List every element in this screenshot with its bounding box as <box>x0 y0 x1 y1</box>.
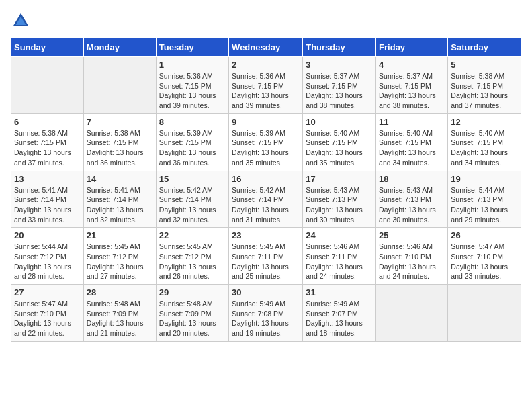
calendar-cell <box>448 285 521 342</box>
day-number: 11 <box>379 117 445 127</box>
calendar-cell: 3Sunrise: 5:37 AM Sunset: 7:15 PM Daylig… <box>303 57 376 114</box>
day-info: Sunrise: 5:46 AM Sunset: 7:10 PM Dayligh… <box>379 242 445 281</box>
calendar-cell: 30Sunrise: 5:49 AM Sunset: 7:08 PM Dayli… <box>229 285 303 342</box>
logo <box>11 11 34 31</box>
day-info: Sunrise: 5:44 AM Sunset: 7:12 PM Dayligh… <box>14 242 81 281</box>
day-info: Sunrise: 5:36 AM Sunset: 7:15 PM Dayligh… <box>159 71 226 111</box>
day-info: Sunrise: 5:43 AM Sunset: 7:13 PM Dayligh… <box>379 185 445 225</box>
calendar-cell: 17Sunrise: 5:43 AM Sunset: 7:13 PM Dayli… <box>303 171 376 228</box>
calendar-week-1: 1Sunrise: 5:36 AM Sunset: 7:15 PM Daylig… <box>11 57 521 114</box>
day-number: 9 <box>232 117 300 127</box>
day-number: 28 <box>87 287 153 298</box>
calendar-cell <box>83 57 156 114</box>
calendar-cell: 24Sunrise: 5:46 AM Sunset: 7:11 PM Dayli… <box>303 228 376 285</box>
calendar-cell: 15Sunrise: 5:42 AM Sunset: 7:14 PM Dayli… <box>156 171 228 228</box>
day-info: Sunrise: 5:38 AM Sunset: 7:15 PM Dayligh… <box>451 71 518 111</box>
day-header-saturday: Saturday <box>448 38 521 57</box>
calendar-cell: 18Sunrise: 5:43 AM Sunset: 7:13 PM Dayli… <box>376 171 448 228</box>
day-number: 23 <box>232 230 300 240</box>
day-info: Sunrise: 5:41 AM Sunset: 7:14 PM Dayligh… <box>14 185 81 225</box>
day-number: 27 <box>14 287 81 298</box>
calendar-cell: 14Sunrise: 5:41 AM Sunset: 7:14 PM Dayli… <box>83 171 156 228</box>
day-info: Sunrise: 5:42 AM Sunset: 7:14 PM Dayligh… <box>159 185 226 225</box>
day-info: Sunrise: 5:42 AM Sunset: 7:14 PM Dayligh… <box>232 185 300 225</box>
day-number: 14 <box>87 174 153 184</box>
day-info: Sunrise: 5:36 AM Sunset: 7:15 PM Dayligh… <box>232 71 300 111</box>
day-number: 22 <box>159 230 226 240</box>
day-number: 20 <box>14 230 81 240</box>
calendar-week-2: 6Sunrise: 5:38 AM Sunset: 7:15 PM Daylig… <box>11 113 521 171</box>
day-info: Sunrise: 5:48 AM Sunset: 7:09 PM Dayligh… <box>87 299 153 338</box>
day-number: 24 <box>306 230 373 240</box>
calendar-table: SundayMondayTuesdayWednesdayThursdayFrid… <box>11 38 521 342</box>
day-header-sunday: Sunday <box>11 38 84 57</box>
day-number: 7 <box>87 117 153 127</box>
calendar-cell: 26Sunrise: 5:47 AM Sunset: 7:10 PM Dayli… <box>448 228 521 285</box>
calendar-header-row: SundayMondayTuesdayWednesdayThursdayFrid… <box>11 38 521 57</box>
calendar-cell: 5Sunrise: 5:38 AM Sunset: 7:15 PM Daylig… <box>448 57 521 114</box>
calendar-cell <box>11 57 84 114</box>
day-info: Sunrise: 5:49 AM Sunset: 7:08 PM Dayligh… <box>232 299 300 338</box>
day-number: 12 <box>451 117 518 127</box>
calendar-cell: 7Sunrise: 5:38 AM Sunset: 7:15 PM Daylig… <box>83 113 156 171</box>
calendar-cell: 10Sunrise: 5:40 AM Sunset: 7:15 PM Dayli… <box>303 113 376 171</box>
day-info: Sunrise: 5:41 AM Sunset: 7:14 PM Dayligh… <box>87 185 153 225</box>
day-info: Sunrise: 5:38 AM Sunset: 7:15 PM Dayligh… <box>14 128 81 168</box>
day-number: 21 <box>87 230 153 240</box>
calendar-cell: 16Sunrise: 5:42 AM Sunset: 7:14 PM Dayli… <box>229 171 303 228</box>
calendar-cell: 4Sunrise: 5:37 AM Sunset: 7:15 PM Daylig… <box>376 57 448 114</box>
day-number: 6 <box>14 117 81 127</box>
calendar-cell: 1Sunrise: 5:36 AM Sunset: 7:15 PM Daylig… <box>156 57 228 114</box>
day-info: Sunrise: 5:47 AM Sunset: 7:10 PM Dayligh… <box>14 299 81 338</box>
day-info: Sunrise: 5:43 AM Sunset: 7:13 PM Dayligh… <box>306 185 373 225</box>
day-info: Sunrise: 5:37 AM Sunset: 7:15 PM Dayligh… <box>379 71 445 111</box>
calendar-cell: 8Sunrise: 5:39 AM Sunset: 7:15 PM Daylig… <box>156 113 228 171</box>
day-number: 2 <box>232 60 300 70</box>
day-header-thursday: Thursday <box>303 38 376 57</box>
calendar-week-4: 20Sunrise: 5:44 AM Sunset: 7:12 PM Dayli… <box>11 228 521 285</box>
day-number: 3 <box>306 60 373 70</box>
day-number: 17 <box>306 174 373 184</box>
day-number: 4 <box>379 60 445 70</box>
day-number: 29 <box>159 287 226 298</box>
day-number: 15 <box>159 174 226 184</box>
day-info: Sunrise: 5:49 AM Sunset: 7:07 PM Dayligh… <box>306 299 373 338</box>
day-info: Sunrise: 5:40 AM Sunset: 7:15 PM Dayligh… <box>451 128 518 168</box>
calendar-cell: 23Sunrise: 5:45 AM Sunset: 7:11 PM Dayli… <box>229 228 303 285</box>
day-info: Sunrise: 5:45 AM Sunset: 7:12 PM Dayligh… <box>159 242 226 281</box>
calendar-cell: 6Sunrise: 5:38 AM Sunset: 7:15 PM Daylig… <box>11 113 84 171</box>
calendar-week-3: 13Sunrise: 5:41 AM Sunset: 7:14 PM Dayli… <box>11 171 521 228</box>
day-info: Sunrise: 5:39 AM Sunset: 7:15 PM Dayligh… <box>159 128 226 168</box>
calendar-cell: 20Sunrise: 5:44 AM Sunset: 7:12 PM Dayli… <box>11 228 84 285</box>
calendar-cell: 22Sunrise: 5:45 AM Sunset: 7:12 PM Dayli… <box>156 228 228 285</box>
day-number: 25 <box>379 230 445 240</box>
day-info: Sunrise: 5:45 AM Sunset: 7:11 PM Dayligh… <box>232 242 300 281</box>
day-info: Sunrise: 5:40 AM Sunset: 7:15 PM Dayligh… <box>379 128 445 168</box>
calendar-cell: 12Sunrise: 5:40 AM Sunset: 7:15 PM Dayli… <box>448 113 521 171</box>
day-number: 26 <box>451 230 518 240</box>
calendar-cell: 31Sunrise: 5:49 AM Sunset: 7:07 PM Dayli… <box>303 285 376 342</box>
day-number: 19 <box>451 174 518 184</box>
day-number: 31 <box>306 287 373 298</box>
calendar-cell: 28Sunrise: 5:48 AM Sunset: 7:09 PM Dayli… <box>83 285 156 342</box>
day-info: Sunrise: 5:38 AM Sunset: 7:15 PM Dayligh… <box>87 128 153 168</box>
logo-icon <box>11 11 31 31</box>
calendar-cell <box>376 285 448 342</box>
day-number: 8 <box>159 117 226 127</box>
day-info: Sunrise: 5:48 AM Sunset: 7:09 PM Dayligh… <box>159 299 226 338</box>
calendar-cell: 29Sunrise: 5:48 AM Sunset: 7:09 PM Dayli… <box>156 285 228 342</box>
day-number: 13 <box>14 174 81 184</box>
day-header-friday: Friday <box>376 38 448 57</box>
day-number: 1 <box>159 60 226 70</box>
day-info: Sunrise: 5:45 AM Sunset: 7:12 PM Dayligh… <box>87 242 153 281</box>
day-number: 18 <box>379 174 445 184</box>
calendar-cell: 13Sunrise: 5:41 AM Sunset: 7:14 PM Dayli… <box>11 171 84 228</box>
calendar-cell: 19Sunrise: 5:44 AM Sunset: 7:13 PM Dayli… <box>448 171 521 228</box>
day-header-tuesday: Tuesday <box>156 38 228 57</box>
day-info: Sunrise: 5:37 AM Sunset: 7:15 PM Dayligh… <box>306 71 373 111</box>
day-info: Sunrise: 5:40 AM Sunset: 7:15 PM Dayligh… <box>306 128 373 168</box>
calendar-cell: 21Sunrise: 5:45 AM Sunset: 7:12 PM Dayli… <box>83 228 156 285</box>
calendar-cell: 11Sunrise: 5:40 AM Sunset: 7:15 PM Dayli… <box>376 113 448 171</box>
day-header-monday: Monday <box>83 38 156 57</box>
day-number: 10 <box>306 117 373 127</box>
